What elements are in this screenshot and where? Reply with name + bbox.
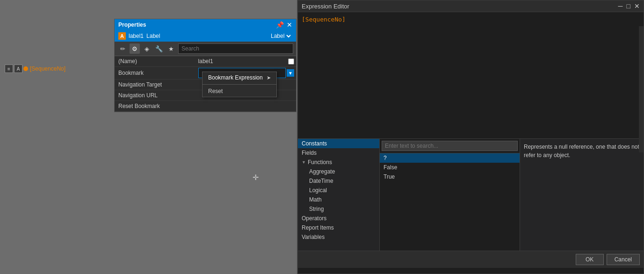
- close-button[interactable]: ✕: [287, 21, 292, 29]
- tree-item-string[interactable]: String: [298, 204, 379, 214]
- cursor-cross: ✛: [253, 173, 259, 182]
- expr-footer: OK Cancel: [298, 251, 644, 268]
- prop-label-reset-bookmark: Reset Bookmark: [115, 101, 196, 112]
- expr-title: Expression Editor: [302, 3, 349, 10]
- tree-item-logical[interactable]: Logical: [298, 186, 379, 195]
- tree-item-report-items[interactable]: Report Items: [298, 223, 379, 232]
- prop-label-nav-target: Navigation Target: [115, 79, 196, 90]
- tree-label-math: Math: [309, 196, 322, 203]
- prop-label-bookmark: Bookmark: [115, 67, 196, 79]
- component-name: label1: [129, 33, 144, 39]
- tool-icon-btn[interactable]: 🔧: [154, 43, 164, 54]
- titlebar-actions: 📌 ✕: [276, 21, 292, 29]
- context-menu-item-bookmark-expression[interactable]: Bookmark Expression ➤: [203, 72, 276, 83]
- context-menu-label-reset: Reset: [208, 88, 223, 94]
- field-icon: A: [14, 65, 22, 73]
- expr-bottom-panel: Constants Fields ▼ Functions Aggregate D…: [298, 138, 644, 251]
- pin-button[interactable]: 📌: [276, 21, 284, 29]
- tree-label-variables: Variables: [302, 234, 325, 240]
- properties-panel: Properties 📌 ✕ A label1 Label Label ✏ ⚙ …: [114, 19, 297, 112]
- prop-row-reset-bookmark: Reset Bookmark: [115, 101, 296, 112]
- tree-item-functions[interactable]: ▼ Functions: [298, 158, 379, 167]
- canvas-label-element: ≡ A [SequenceNo]: [5, 65, 65, 73]
- properties-title: Properties: [118, 22, 146, 28]
- expr-search-box: [380, 139, 520, 153]
- expr-titlebar: Expression Editor ─ □ ✕: [298, 0, 644, 12]
- tree-label-string: String: [309, 206, 324, 212]
- expr-values-panel: ? False True: [380, 139, 520, 251]
- canvas-label-text: [SequenceNo]: [30, 65, 65, 72]
- expr-value-label-true: True: [384, 173, 395, 180]
- context-menu-item-reset[interactable]: Reset: [203, 86, 276, 97]
- tree-label-report-items: Report Items: [302, 224, 334, 231]
- prop-value-reset-bookmark: [196, 101, 296, 112]
- tree-item-variables[interactable]: Variables: [298, 232, 379, 242]
- cancel-button[interactable]: Cancel: [607, 254, 640, 265]
- component-row: A label1 Label Label: [115, 30, 296, 42]
- prop-value-name: label1: [196, 56, 296, 67]
- prop-name-checkbox[interactable]: [288, 58, 294, 65]
- prop-row-name: (Name) label1: [115, 56, 296, 67]
- component-type: Label: [146, 33, 160, 39]
- context-menu-label-bookmark-expression: Bookmark Expression: [208, 74, 263, 81]
- properties-toolbar: ✏ ⚙ ◈ 🔧 ★: [115, 42, 296, 56]
- expr-value-item-true[interactable]: True: [380, 172, 520, 181]
- expr-content: [SequenceNo]: [302, 16, 640, 23]
- tree-item-operators[interactable]: Operators: [298, 214, 379, 223]
- tree-item-constants[interactable]: Constants: [298, 139, 379, 148]
- expr-search-input[interactable]: [382, 141, 518, 151]
- search-input[interactable]: [178, 43, 293, 54]
- tree-item-aggregate[interactable]: Aggregate: [298, 167, 379, 176]
- settings-icon-btn[interactable]: ⚙: [130, 43, 140, 54]
- data-icon-btn[interactable]: ◈: [142, 43, 152, 54]
- close-expr-button[interactable]: ✕: [634, 2, 640, 10]
- properties-titlebar: Properties 📌 ✕: [115, 19, 296, 30]
- tree-label-logical: Logical: [309, 187, 327, 194]
- expr-value-label-false: False: [384, 164, 397, 171]
- expr-editor-area[interactable]: [SequenceNo] |: [298, 12, 644, 138]
- prop-label-nav-url: Navigation URL: [115, 90, 196, 101]
- tree-label-constants: Constants: [302, 140, 327, 147]
- canvas-icon-box: ≡ A: [5, 65, 28, 73]
- tree-label-operators: Operators: [302, 215, 326, 222]
- indicator-dot: [23, 66, 28, 71]
- expr-description: Represents a null reference, one that do…: [524, 144, 639, 159]
- prop-value-name-text: label1: [198, 58, 213, 65]
- tree-arrow-functions: ▼: [302, 160, 306, 165]
- expr-value-list: ? False True: [380, 153, 520, 251]
- expr-scrollbar[interactable]: [639, 26, 644, 152]
- tree-label-aggregate: Aggregate: [309, 168, 335, 175]
- star-icon-btn[interactable]: ★: [166, 43, 176, 54]
- component-dropdown[interactable]: Label: [269, 32, 292, 40]
- maximize-button[interactable]: □: [627, 2, 630, 10]
- prop-label-name: (Name): [115, 56, 196, 67]
- expr-desc-panel: Represents a null reference, one that do…: [520, 139, 644, 251]
- expr-value-item-question[interactable]: ?: [380, 153, 520, 163]
- table-icon: ≡: [5, 65, 13, 73]
- expr-value-label-question: ?: [384, 155, 387, 161]
- context-menu: Bookmark Expression ➤ Reset: [202, 72, 277, 97]
- expr-title-actions: ─ □ ✕: [618, 2, 640, 10]
- expression-editor: Expression Editor ─ □ ✕ [SequenceNo] | C…: [297, 0, 644, 274]
- context-menu-separator: [203, 84, 276, 85]
- ok-button[interactable]: OK: [576, 254, 604, 265]
- edit-icon-btn[interactable]: ✏: [117, 43, 128, 54]
- tree-label-functions: Functions: [308, 159, 332, 166]
- expr-tree-panel: Constants Fields ▼ Functions Aggregate D…: [298, 139, 380, 251]
- tree-item-datetime[interactable]: DateTime: [298, 176, 379, 186]
- tree-item-fields[interactable]: Fields: [298, 148, 379, 158]
- minimize-button[interactable]: ─: [618, 2, 623, 10]
- tree-item-math[interactable]: Math: [298, 195, 379, 204]
- tree-label-fields: Fields: [302, 150, 317, 156]
- bookmark-expand-btn[interactable]: ▼: [287, 69, 294, 77]
- expr-value-item-false[interactable]: False: [380, 163, 520, 172]
- tree-label-datetime: DateTime: [309, 178, 333, 184]
- component-icon: A: [118, 32, 126, 40]
- cursor-arrow-icon: ➤: [267, 75, 271, 81]
